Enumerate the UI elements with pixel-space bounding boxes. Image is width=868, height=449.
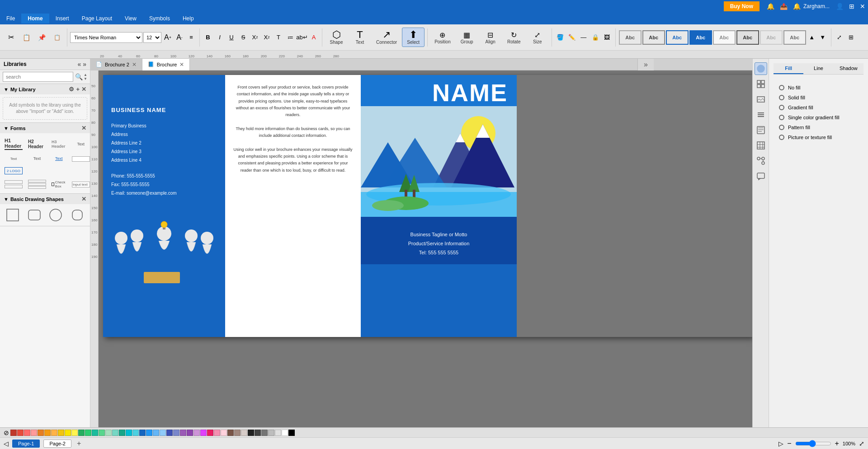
form-checkbox[interactable]: Check Box — [50, 178, 68, 191]
panel-expand-right[interactable]: » — [83, 61, 86, 68]
rotate-button[interactable]: ↻ Rotate — [503, 28, 525, 47]
search-icon[interactable]: 🔍 — [75, 73, 83, 80]
color-swatch[interactable] — [207, 430, 213, 436]
expand-button[interactable]: ⤢ — [834, 33, 845, 42]
color-swatch[interactable] — [221, 430, 227, 436]
style-preset-3[interactable]: Abc — [666, 30, 689, 45]
color-swatch[interactable] — [38, 430, 44, 436]
color-swatch[interactable] — [78, 430, 85, 436]
text-wrap-button[interactable]: ab↵ — [297, 33, 307, 42]
zoom-fit-button[interactable]: ⤢ — [859, 440, 864, 447]
nav-left-icon[interactable]: ◁ — [4, 440, 9, 447]
color-swatch[interactable] — [58, 430, 64, 436]
menu-help[interactable]: Help — [176, 14, 200, 23]
my-library-add[interactable]: + — [76, 86, 80, 93]
color-swatch[interactable] — [255, 430, 261, 436]
color-swatch[interactable] — [10, 430, 17, 436]
tab-brochure[interactable]: 📘 Brochure ✕ — [142, 59, 190, 70]
fill-color-button[interactable]: 🪣 — [555, 33, 566, 42]
superscript-button[interactable]: X2 — [250, 33, 260, 42]
lock-button[interactable]: 🔒 — [590, 33, 601, 42]
cut-button[interactable]: ✂ — [4, 31, 18, 43]
color-swatch[interactable] — [275, 430, 281, 436]
form-h1-header[interactable]: H1 Header — [3, 136, 24, 153]
more-options-button[interactable]: ⊞ — [846, 33, 857, 42]
text-direction-button[interactable]: T — [273, 33, 284, 42]
topbar-bell-icon[interactable]: 🔔 — [793, 3, 801, 10]
page-2-tab[interactable]: Page-2 — [43, 440, 71, 448]
form-rows-2[interactable] — [26, 178, 48, 191]
font-name-select[interactable]: Times New Roman — [70, 32, 142, 43]
underline-button[interactable]: U — [226, 33, 237, 42]
comment-nav-button[interactable] — [755, 170, 767, 182]
color-swatch[interactable] — [126, 430, 132, 436]
color-swatch[interactable] — [248, 430, 254, 436]
paste-button[interactable]: 📌 — [34, 32, 49, 43]
connector-tool-button[interactable]: ↗ Connector — [372, 28, 401, 47]
style-more-down[interactable]: ▼ — [817, 33, 828, 42]
search-input[interactable] — [3, 72, 73, 82]
shadow-button[interactable]: 🖼 — [602, 33, 613, 42]
color-swatch[interactable] — [268, 430, 274, 436]
pattern-fill-option[interactable]: Pattern fill — [777, 122, 860, 132]
line-color-button[interactable]: ✏️ — [566, 33, 577, 42]
form-text-medium[interactable]: Text — [26, 154, 48, 164]
form-list-lines-2[interactable] — [50, 165, 68, 176]
style-preset-7[interactable]: Abc — [760, 30, 783, 45]
color-swatch[interactable] — [71, 430, 78, 436]
color-swatch[interactable] — [146, 430, 152, 436]
layout-nav-button[interactable] — [755, 78, 767, 90]
style-preset-8[interactable]: Abc — [783, 30, 806, 45]
forms-header[interactable]: ▼ Forms ✕ — [0, 123, 90, 133]
menu-insert[interactable]: Insert — [49, 14, 75, 23]
shape-square[interactable] — [3, 207, 23, 223]
color-swatch[interactable] — [160, 430, 166, 436]
paste-special-button[interactable]: 📋 — [50, 33, 64, 42]
color-swatch[interactable] — [241, 430, 247, 436]
color-swatch[interactable] — [180, 430, 186, 436]
color-swatch[interactable] — [227, 430, 234, 436]
color-swatch[interactable] — [139, 430, 146, 436]
image-nav-button[interactable] — [755, 93, 767, 106]
my-library-close[interactable]: ✕ — [81, 86, 86, 93]
form-h2-header[interactable]: H2 Header — [26, 136, 48, 153]
italic-button[interactable]: I — [214, 33, 225, 42]
style-preset-2[interactable]: Abc — [642, 30, 665, 45]
no-fill-option[interactable]: No fill — [777, 83, 860, 93]
color-swatch[interactable] — [261, 430, 268, 436]
color-swatch[interactable] — [119, 430, 125, 436]
fill-nav-button[interactable] — [755, 62, 767, 75]
fill-tab-line[interactable]: Line — [803, 63, 833, 74]
shape-tool-button[interactable]: ⬡ Shape — [325, 28, 348, 47]
menu-home[interactable]: Home — [21, 14, 49, 23]
select-tool-button[interactable]: ⬆ Select — [402, 28, 425, 47]
table-nav-button[interactable] — [755, 139, 767, 152]
topbar-grid-icon[interactable]: ⊞ — [849, 3, 854, 10]
color-swatch[interactable] — [92, 430, 98, 436]
form-list-lines-3[interactable] — [70, 165, 90, 176]
copy-format-button[interactable]: 📋 — [19, 32, 33, 43]
subscript-button[interactable]: X2 — [261, 33, 272, 42]
font-shrink-button[interactable]: A- — [174, 33, 185, 42]
bullet-list-button[interactable]: ≔ — [285, 33, 296, 42]
color-swatch[interactable] — [214, 430, 220, 436]
fill-tab-shadow[interactable]: Shadow — [834, 63, 863, 74]
strikethrough-button[interactable]: S — [238, 33, 249, 42]
zoom-slider[interactable] — [795, 440, 831, 447]
zoom-out-button[interactable]: − — [785, 440, 793, 448]
font-size-select[interactable]: 12 — [143, 32, 161, 43]
style-preset-1[interactable]: Abc — [619, 30, 642, 45]
my-library-header[interactable]: ▼ My Library ⚙ + ✕ — [0, 84, 90, 94]
line-style-button[interactable]: — — [578, 33, 589, 42]
tab-brochure-2[interactable]: 📄 Brochure 2 ✕ — [90, 59, 142, 70]
my-library-config[interactable]: ⚙ — [69, 86, 74, 93]
form-text-field[interactable] — [70, 154, 90, 164]
color-swatch[interactable] — [132, 430, 139, 436]
form-text-blue[interactable]: Text — [50, 154, 68, 164]
paragraph-align-button[interactable]: ≡ — [186, 33, 197, 42]
basic-shapes-header[interactable]: ▼ Basic Drawing Shapes ✕ — [0, 194, 90, 204]
add-page-button[interactable]: + — [77, 440, 81, 448]
scroll-up-arrow[interactable]: ▲ — [84, 73, 87, 77]
panel-collapse-left[interactable]: « — [77, 61, 81, 68]
font-grow-button[interactable]: A+ — [162, 33, 173, 42]
